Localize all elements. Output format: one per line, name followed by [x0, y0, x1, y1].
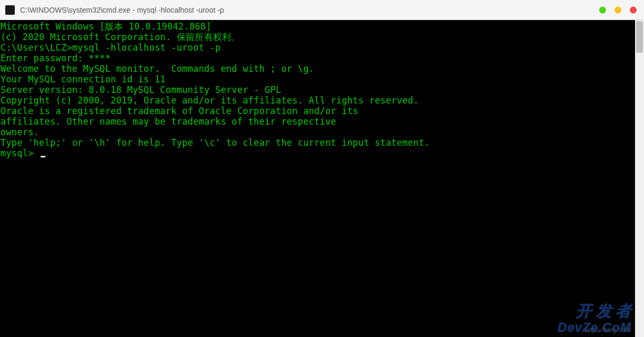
terminal-area[interactable]: Microsoft Windows [版本 10.0.19042.868](c)… [0, 20, 644, 337]
terminal-line: Copyright (c) 2000, 2019, Oracle and/or … [1, 95, 644, 106]
scrollbar-track[interactable] [635, 20, 644, 337]
terminal-line: (c) 2020 Microsoft Corporation. 保留所有权利。 [1, 32, 644, 42]
watermark-line1: 开 发 者 [558, 301, 631, 322]
terminal-line: Welcome to the MySQL monitor. Commands e… [1, 63, 644, 74]
window-controls [599, 6, 637, 13]
close-button[interactable] [630, 6, 637, 13]
minimize-button[interactable] [599, 6, 606, 13]
cmd-icon [5, 5, 15, 15]
window-title: C:\WINDOWS\system32\cmd.exe - mysql -hlo… [20, 6, 224, 14]
terminal-line: Server version: 8.0.18 MySQL Community S… [1, 85, 644, 95]
cursor [41, 156, 45, 157]
terminal-line: Oracle is a registered trademark of Orac… [1, 106, 644, 116]
terminal-line: affiliates. Other names may be trademark… [1, 116, 644, 127]
terminal-line: Microsoft Windows [版本 10.0.19042.868] [1, 21, 644, 32]
maximize-button[interactable] [614, 6, 621, 13]
footer-url: https://blog.csdn [585, 326, 631, 334]
terminal-line: Enter password: **** [1, 53, 644, 63]
terminal-line: owners. [1, 127, 644, 137]
terminal-line: Type 'help;' or '\h' for help. Type '\c'… [1, 137, 644, 148]
terminal-line: Your MySQL connection id is 11 [1, 74, 644, 85]
terminal-line: C:\Users\LCZ>mysql -hlocalhost -uroot -p [1, 42, 644, 53]
titlebar: C:\WINDOWS\system32\cmd.exe - mysql -hlo… [0, 0, 644, 20]
terminal-prompt-line: mysql> [1, 148, 644, 158]
terminal-output: Microsoft Windows [版本 10.0.19042.868](c)… [0, 20, 644, 158]
scrollbar-thumb[interactable] [636, 21, 643, 53]
